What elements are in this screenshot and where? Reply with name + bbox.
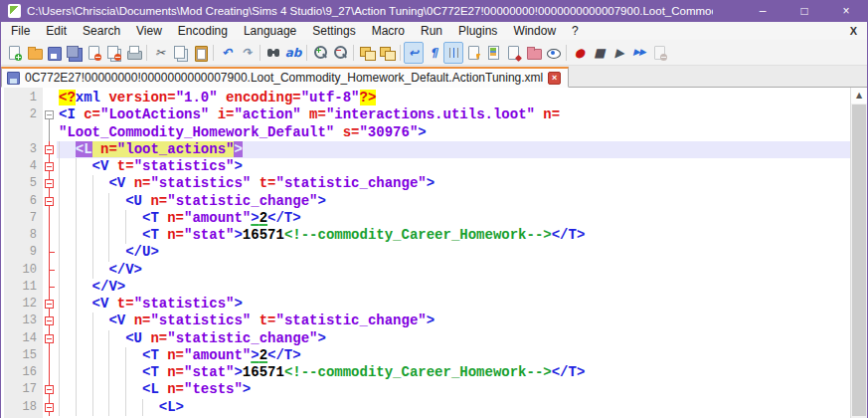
scrollbar-thumb[interactable] [852, 104, 866, 416]
fold-collapse-icon[interactable] [45, 145, 54, 154]
notepad-plus-plus-window: C:\Users\Chriscia\Documents\Mod Creating… [0, 0, 868, 418]
save-all-button[interactable] [64, 42, 84, 64]
redo-button[interactable]: ↷ [237, 42, 257, 64]
menu-item-settings[interactable]: Settings [304, 22, 363, 40]
menu-item-encoding[interactable]: Encoding [170, 22, 236, 40]
close-button[interactable]: × [825, 0, 867, 22]
monitoring-button[interactable] [543, 42, 563, 64]
open-folder-icon [26, 45, 43, 61]
macro-stop-button[interactable]: ■ [590, 42, 609, 64]
code-text[interactable]: <V n="statistics" t="statistic_change"> [57, 175, 850, 192]
menu-item-run[interactable]: Run [413, 22, 450, 40]
menu-item-view[interactable]: View [128, 22, 170, 40]
cut-button[interactable]: ✂ [150, 42, 170, 64]
code-text[interactable]: "Loot_Commodity_Homework_Default" s="309… [57, 124, 850, 141]
function-list-button[interactable] [463, 42, 483, 64]
code-text[interactable]: <L> [57, 399, 850, 416]
code-text[interactable]: </U> [57, 244, 850, 261]
code-text[interactable]: <T n="stat">16571<!--commodity_Career_Ho… [57, 227, 850, 244]
code-text[interactable]: <I c="LootActions" i="action" m="interac… [57, 106, 850, 123]
syntax-segment: > [317, 330, 325, 346]
find-replace-button[interactable]: ab [283, 42, 303, 64]
zoom-out-button[interactable] [330, 42, 350, 64]
fold-collapse-icon[interactable] [45, 197, 54, 206]
fold-margin [43, 175, 57, 192]
line-number: 11 [1, 279, 43, 296]
sync-vertical-button[interactable] [357, 42, 377, 64]
fold-collapse-icon[interactable] [45, 316, 54, 325]
scroll-up-arrow-icon[interactable]: ▲ [851, 88, 867, 104]
maximize-button[interactable]: □ [783, 0, 825, 22]
code-row: 7<T n="amount">2</T> [1, 210, 850, 227]
indent-guides [59, 347, 142, 364]
code-text[interactable]: </V> [57, 279, 850, 296]
syntax-segment: t= [260, 313, 276, 328]
show-all-characters-button[interactable]: ¶ [424, 42, 443, 64]
code-text[interactable]: <L n="loot_actions"> [57, 141, 850, 158]
word-wrap-button[interactable]: ↩ [404, 42, 424, 64]
sync-horizontal-button[interactable] [377, 42, 397, 64]
menubar-close-icon[interactable]: X [840, 25, 867, 37]
close-all-docs-button[interactable] [103, 42, 123, 64]
code-text[interactable]: <L n="tests"> [57, 381, 850, 398]
menu-item-edit[interactable]: Edit [38, 22, 75, 40]
fold-collapse-icon[interactable] [45, 110, 54, 119]
syntax-segment: > [317, 193, 325, 209]
folder-as-workspace-button[interactable] [523, 42, 543, 64]
code-text[interactable]: <V t="statistics"> [57, 158, 850, 175]
fold-collapse-icon[interactable] [45, 385, 54, 394]
macro-record-button[interactable]: ● [570, 42, 590, 64]
print-button[interactable] [123, 42, 143, 64]
code-text[interactable]: <T n="stat">16571<!--commodity_Career_Ho… [57, 364, 850, 381]
document-list-button[interactable] [503, 42, 523, 64]
menu-item-language[interactable]: Language [236, 22, 304, 40]
syntax-segment [159, 381, 167, 397]
zoom-in-button[interactable] [310, 42, 330, 64]
minimize-button[interactable]: – [742, 0, 783, 22]
save-button[interactable] [44, 42, 64, 64]
editor-area[interactable]: 1<?xml version="1.0" encoding="utf-8"?>2… [1, 88, 867, 418]
code-lines[interactable]: 1<?xml version="1.0" encoding="utf-8"?>2… [1, 88, 850, 418]
macro-save-button[interactable] [649, 42, 669, 64]
close-doc-button[interactable] [84, 42, 103, 64]
find-button[interactable] [263, 42, 283, 64]
code-row: 9</U> [1, 244, 850, 261]
code-text[interactable]: <T n="amount">2</T> [57, 347, 850, 364]
menu-item-plugins[interactable]: Plugins [450, 22, 505, 40]
menu-item-[interactable]: ? [564, 22, 587, 40]
paste-button[interactable] [190, 42, 210, 64]
tab-active[interactable]: 0C772E27!00000000!0000000000007900.Loot_… [1, 67, 569, 88]
code-text[interactable]: <U n="statistic_change"> [57, 330, 850, 347]
menu-item-macro[interactable]: Macro [364, 22, 413, 40]
fold-line [49, 227, 50, 244]
open-folder-button[interactable] [24, 42, 44, 64]
code-text[interactable]: <T n="amount">2</T> [57, 210, 850, 227]
syntax-segment: i= [218, 106, 235, 122]
fold-collapse-icon[interactable] [45, 162, 54, 171]
new-file-button[interactable] [4, 42, 24, 64]
fold-margin [43, 90, 57, 106]
indent-guides [59, 175, 108, 192]
code-text[interactable]: </V> [57, 262, 850, 279]
code-text[interactable]: <V n="statistics" t="statistic_change"> [57, 313, 850, 329]
menu-item-search[interactable]: Search [75, 22, 128, 40]
vertical-scrollbar[interactable]: ▲ [850, 88, 867, 418]
code-text[interactable]: <V t="statistics"> [57, 296, 850, 313]
indent-guide-button[interactable] [443, 42, 463, 64]
tab-close-icon[interactable]: × [548, 72, 561, 85]
macro-run-multiple-button[interactable]: ▶▶ [629, 42, 649, 64]
menu-item-file[interactable]: File [3, 22, 38, 40]
undo-button[interactable]: ↶ [217, 42, 237, 64]
menu-item-window[interactable]: Window [505, 22, 564, 40]
copy-button[interactable] [170, 42, 190, 64]
fold-collapse-icon[interactable] [45, 179, 54, 188]
document-map-button[interactable] [483, 42, 503, 64]
fold-collapse-icon[interactable] [45, 403, 54, 412]
fold-collapse-icon[interactable] [45, 334, 54, 343]
macro-play-button[interactable]: ▶ [609, 42, 629, 64]
code-text[interactable]: <U n="statistic_change"> [57, 193, 850, 210]
code-text[interactable]: <?xml version="1.0" encoding="utf-8"?> [57, 90, 850, 106]
syntax-segment: n= [150, 193, 167, 209]
fold-collapse-icon[interactable] [45, 300, 54, 309]
syntax-segment: "stat" [184, 364, 234, 380]
